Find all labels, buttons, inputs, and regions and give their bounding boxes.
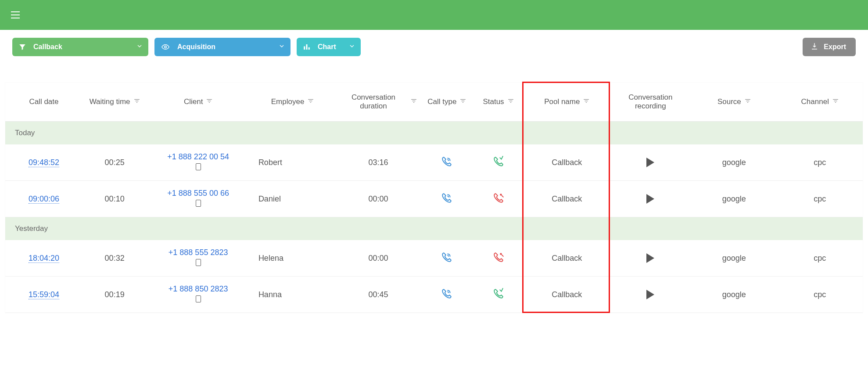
status-icon bbox=[492, 256, 505, 265]
chevron-down-icon bbox=[136, 43, 143, 51]
filter-icon[interactable] bbox=[308, 97, 314, 106]
waiting-time-value: 00:19 bbox=[105, 290, 125, 299]
duration-value: 03:16 bbox=[368, 158, 388, 167]
mobile-icon bbox=[196, 163, 201, 170]
col-source[interactable]: Source bbox=[691, 83, 777, 122]
employee-name: Helena bbox=[258, 254, 283, 263]
call-type-icon bbox=[441, 160, 453, 169]
call-time-link[interactable]: 09:48:52 bbox=[29, 158, 59, 167]
filter-icon[interactable] bbox=[411, 97, 417, 106]
svg-rect-10 bbox=[308, 99, 314, 100]
svg-rect-23 bbox=[585, 101, 588, 101]
source-value: google bbox=[722, 254, 746, 263]
call-time-link[interactable]: 15:59:04 bbox=[29, 290, 59, 299]
top-bar bbox=[0, 0, 868, 30]
svg-rect-15 bbox=[413, 102, 414, 103]
svg-rect-25 bbox=[745, 99, 750, 100]
chevron-down-icon bbox=[348, 43, 355, 51]
mobile-icon bbox=[196, 200, 201, 207]
play-recording-button[interactable] bbox=[646, 194, 654, 204]
filter-icon[interactable] bbox=[745, 97, 751, 106]
svg-rect-29 bbox=[834, 101, 837, 101]
table-row: 09:48:5200:25+1 888 222 00 54Robert03:16… bbox=[5, 144, 863, 181]
play-recording-button[interactable] bbox=[646, 253, 654, 263]
svg-rect-5 bbox=[135, 101, 138, 101]
filter-chart-label: Chart bbox=[318, 43, 336, 51]
client-phone-link[interactable]: +1 888 222 00 54 bbox=[151, 152, 245, 162]
svg-rect-16 bbox=[461, 99, 466, 100]
mobile-icon bbox=[196, 295, 201, 302]
group-label: Today bbox=[5, 122, 863, 145]
call-time-link[interactable]: 09:00:06 bbox=[29, 194, 59, 204]
col-pool-name[interactable]: Pool name bbox=[524, 83, 610, 122]
svg-rect-3 bbox=[308, 47, 310, 50]
svg-rect-28 bbox=[833, 99, 838, 100]
table-row: 09:00:0600:10+1 888 555 00 66Daniel00:00… bbox=[5, 181, 863, 217]
table-row: 15:59:0400:19+1 888 850 2823Hanna00:45Ca… bbox=[5, 277, 863, 313]
col-channel[interactable]: Channel bbox=[777, 83, 863, 122]
col-call-type[interactable]: Call type bbox=[421, 83, 473, 122]
call-type-icon bbox=[441, 256, 453, 265]
status-icon bbox=[492, 160, 505, 169]
filter-icon[interactable] bbox=[583, 97, 589, 106]
col-conversation-duration[interactable]: Conversation duration bbox=[335, 83, 421, 122]
svg-rect-8 bbox=[208, 101, 211, 101]
svg-rect-14 bbox=[412, 101, 415, 101]
duration-value: 00:00 bbox=[368, 194, 388, 203]
pool-name-value: Callback bbox=[552, 194, 582, 203]
filter-acquisition-label: Acquisition bbox=[177, 43, 215, 51]
client-phone-link[interactable]: +1 888 850 2823 bbox=[151, 284, 245, 294]
svg-point-0 bbox=[165, 46, 167, 48]
client-phone-link[interactable]: +1 888 555 2823 bbox=[151, 248, 245, 257]
svg-rect-26 bbox=[746, 101, 749, 101]
employee-name: Daniel bbox=[258, 194, 281, 203]
col-conversation-recording[interactable]: Conversation recording bbox=[610, 83, 692, 122]
filter-icon[interactable] bbox=[460, 97, 466, 106]
col-client[interactable]: Client bbox=[147, 83, 249, 122]
calls-table-container: Call date Waiting time Client Employee C… bbox=[5, 83, 863, 313]
client-phone-link[interactable]: +1 888 555 00 66 bbox=[151, 189, 245, 198]
filter-icon[interactable] bbox=[206, 97, 212, 106]
source-value: google bbox=[722, 158, 746, 167]
pool-name-value: Callback bbox=[552, 290, 582, 299]
svg-rect-21 bbox=[510, 102, 511, 103]
svg-rect-22 bbox=[584, 99, 589, 100]
svg-rect-20 bbox=[509, 101, 512, 101]
export-button[interactable]: Export bbox=[803, 38, 856, 56]
channel-value: cpc bbox=[814, 254, 826, 263]
svg-rect-6 bbox=[136, 102, 137, 103]
filter-chart-dropdown[interactable]: Chart bbox=[297, 38, 361, 56]
col-call-date[interactable]: Call date bbox=[5, 83, 82, 122]
eye-icon bbox=[161, 43, 170, 51]
menu-icon[interactable] bbox=[9, 8, 22, 22]
pool-name-value: Callback bbox=[552, 254, 582, 263]
waiting-time-value: 00:10 bbox=[105, 194, 125, 203]
bar-chart-icon bbox=[303, 43, 311, 51]
col-status[interactable]: Status bbox=[473, 83, 524, 122]
svg-rect-12 bbox=[310, 102, 311, 103]
filter-callback-dropdown[interactable]: Callback bbox=[12, 38, 148, 56]
svg-rect-9 bbox=[209, 102, 210, 103]
filter-icon[interactable] bbox=[832, 97, 839, 106]
play-recording-button[interactable] bbox=[646, 158, 654, 167]
pool-name-value: Callback bbox=[552, 158, 582, 167]
call-time-link[interactable]: 18:04:20 bbox=[29, 254, 59, 263]
filter-callback-label: Callback bbox=[33, 43, 62, 51]
col-waiting-time[interactable]: Waiting time bbox=[82, 83, 147, 122]
channel-value: cpc bbox=[814, 194, 826, 203]
waiting-time-value: 00:32 bbox=[105, 254, 125, 263]
group-header: Today bbox=[5, 122, 863, 145]
calls-table: Call date Waiting time Client Employee C… bbox=[5, 83, 863, 313]
col-employee[interactable]: Employee bbox=[250, 83, 335, 122]
channel-value: cpc bbox=[814, 158, 826, 167]
filter-icon[interactable] bbox=[508, 97, 514, 106]
filter-acquisition-dropdown[interactable]: Acquisition bbox=[154, 38, 291, 56]
play-recording-button[interactable] bbox=[646, 290, 654, 299]
duration-value: 00:45 bbox=[368, 290, 388, 299]
duration-value: 00:00 bbox=[368, 254, 388, 263]
svg-rect-1 bbox=[304, 47, 305, 50]
svg-rect-30 bbox=[835, 102, 836, 103]
filter-icon[interactable] bbox=[134, 97, 140, 106]
svg-rect-24 bbox=[586, 102, 587, 103]
mobile-icon bbox=[196, 259, 201, 266]
